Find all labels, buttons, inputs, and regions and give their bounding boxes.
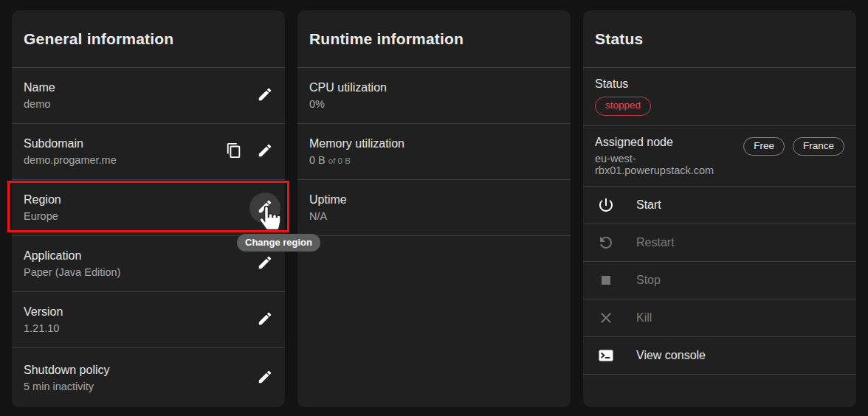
restart-button[interactable]: Restart: [583, 224, 856, 262]
application-value: Paper (Java Edition): [24, 266, 120, 278]
change-region-tooltip: Change region: [237, 234, 320, 252]
card-title-general: General information: [24, 30, 173, 48]
row-cpu-utilization: CPU utilization 0%: [297, 68, 571, 124]
edit-subdomain-button[interactable]: [249, 136, 280, 167]
row-uptime: Uptime N/A: [297, 180, 571, 236]
uptime-label: Uptime: [309, 193, 347, 207]
stop-icon: [597, 271, 615, 289]
status-header: Status: [583, 10, 856, 68]
pencil-icon: [257, 142, 273, 161]
memory-utilization-suffix: of 0 B: [328, 156, 351, 165]
row-subdomain: Subdomain demo.progamer.me: [12, 124, 285, 180]
restart-icon: [597, 234, 615, 252]
name-value: demo: [24, 98, 55, 110]
edit-name-button[interactable]: [249, 80, 280, 111]
cards-container: General information Name demo Subdomain …: [0, 0, 868, 407]
version-value: 1.21.10: [24, 322, 63, 334]
region-value: Europe: [24, 210, 61, 222]
row-region: Region Europe: [12, 180, 285, 236]
pencil-icon: [257, 86, 273, 105]
general-information-header: General information: [12, 10, 285, 68]
edit-version-button[interactable]: [249, 305, 280, 336]
shutdown-policy-label: Shutdown policy: [24, 364, 110, 377]
close-icon: [597, 309, 615, 327]
assigned-node-value: eu-west-rbx01.powerupstack.com: [595, 153, 743, 176]
edit-region-button[interactable]: [249, 193, 280, 223]
row-memory-utilization: Memory utilization 0 B of 0 B: [297, 124, 571, 180]
uptime-value: N/A: [309, 210, 347, 222]
start-label: Start: [636, 198, 661, 212]
memory-utilization-label: Memory utilization: [309, 137, 404, 150]
pencil-icon: [257, 311, 273, 329]
status-card-empty-space: [583, 375, 856, 407]
row-shutdown-policy: Shutdown policy 5 min inactivity: [12, 348, 285, 407]
general-information-card: General information Name demo Subdomain …: [12, 10, 285, 407]
card-title-runtime: Runtime information: [309, 30, 464, 48]
edit-shutdown-policy-button[interactable]: [249, 362, 280, 393]
copy-icon: [226, 142, 242, 161]
kill-button[interactable]: Kill: [583, 299, 856, 337]
subdomain-label: Subdomain: [24, 137, 117, 150]
node-badge-free: Free: [743, 137, 785, 156]
view-console-label: View console: [636, 349, 706, 362]
name-label: Name: [24, 81, 55, 94]
stop-label: Stop: [636, 274, 661, 287]
memory-utilization-value: 0 B of 0 B: [309, 154, 404, 166]
start-button[interactable]: Start: [583, 187, 856, 224]
status-label: Status: [595, 77, 628, 91]
status-badge: stopped: [595, 97, 651, 115]
card-title-status: Status: [595, 30, 643, 48]
version-label: Version: [24, 305, 63, 319]
cpu-utilization-value: 0%: [309, 98, 387, 110]
row-version: Version 1.21.10: [12, 292, 285, 348]
row-assigned-node: Assigned node eu-west-rbx01.powerupstack…: [583, 126, 856, 187]
row-status: Status stopped: [583, 68, 856, 126]
pencil-icon: [257, 254, 273, 273]
terminal-icon: [597, 347, 615, 364]
pencil-icon: [257, 369, 273, 387]
stop-button[interactable]: Stop: [583, 262, 856, 299]
runtime-card-empty-space: [297, 236, 571, 407]
region-label: Region: [24, 193, 61, 207]
pencil-icon: [257, 198, 273, 217]
status-card: Status Status stopped Assigned node eu-w…: [583, 10, 856, 407]
view-console-button[interactable]: View console: [583, 337, 856, 375]
kill-label: Kill: [636, 311, 652, 325]
assigned-node-label: Assigned node: [595, 136, 743, 149]
runtime-information-header: Runtime information: [297, 10, 571, 68]
cpu-utilization-label: CPU utilization: [309, 81, 387, 94]
node-badge-france: France: [793, 137, 844, 156]
shutdown-policy-value: 5 min inactivity: [24, 381, 110, 392]
row-name: Name demo: [12, 68, 285, 124]
restart-label: Restart: [636, 236, 675, 249]
power-icon: [597, 196, 615, 214]
subdomain-value: demo.progamer.me: [24, 154, 117, 166]
edit-application-button[interactable]: [249, 249, 280, 280]
copy-subdomain-button[interactable]: [218, 136, 249, 167]
application-label: Application: [24, 249, 120, 263]
runtime-information-card: Runtime information CPU utilization 0% M…: [297, 10, 571, 407]
